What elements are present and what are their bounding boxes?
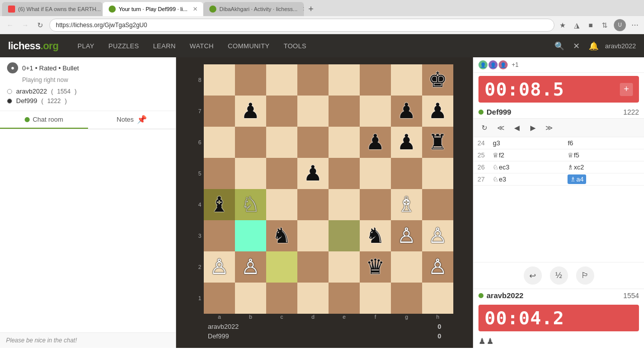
browser-profile[interactable]: U [614,19,626,31]
piece-h3[interactable]: ♙ [428,225,447,246]
square-b2[interactable]: ♙ [235,251,266,283]
square-h7[interactable]: ♟ [422,96,453,127]
square-h6[interactable]: ♜ [422,127,453,158]
square-b3[interactable] [235,220,266,251]
prev-move-button[interactable]: ◀ [510,121,524,135]
piece-b2[interactable]: ♙ [241,256,260,278]
my-name[interactable]: aravb2022 [487,291,523,300]
forward-button[interactable]: → [19,19,31,31]
piece-b7[interactable]: ♟ [241,101,260,122]
undo-button[interactable]: ↩ [524,266,542,285]
square-f3[interactable]: ♞ [360,220,391,251]
chat-room-tab[interactable]: Chat room [0,111,88,129]
move-white-24[interactable]: g3 [489,137,564,149]
square-a5[interactable] [204,158,235,189]
tab-3[interactable]: DibaAkhgari · Activity · lichess... ✕ [203,2,304,16]
square-h4[interactable] [422,189,453,220]
notes-tab[interactable]: Notes 📌 [88,111,176,129]
square-h5[interactable] [422,158,453,189]
square-f5[interactable] [360,158,391,189]
square-d3[interactable] [297,220,329,251]
square-g4[interactable]: ♗ [391,189,422,220]
star-icon[interactable]: ★ [557,20,568,30]
square-b8[interactable] [235,64,266,96]
extension-icon[interactable]: ■ [586,20,596,30]
chess-board[interactable]: ♚♟♟♟♟♟♜♟♝♘♗♞♞♙♙♙♙♛♙ [204,64,453,314]
settings-icon[interactable]: ⋯ [630,20,640,30]
square-d6[interactable] [297,127,329,158]
square-g8[interactable] [391,64,422,96]
nav-watch[interactable]: WATCH [183,34,221,57]
tab-2-close[interactable]: ✕ [193,6,198,13]
nav-tools[interactable]: TOOLS [277,34,313,57]
square-c4[interactable] [266,189,297,220]
first-move-button[interactable]: ≪ [494,121,508,135]
piece-b4[interactable]: ♘ [241,194,260,215]
piece-g4[interactable]: ♗ [397,194,416,215]
piece-h8[interactable]: ♚ [428,69,447,90]
square-a6[interactable] [204,127,235,158]
player-white-name[interactable]: aravb2022 [16,87,47,95]
square-e4[interactable] [329,189,360,220]
square-d2[interactable] [297,251,329,283]
piece-f3[interactable]: ♞ [366,225,385,246]
square-a3[interactable] [204,220,235,251]
piece-h2[interactable]: ♙ [428,256,447,278]
move-white-27[interactable]: ♘e3 [489,173,564,186]
square-f8[interactable] [360,64,391,96]
piece-h6[interactable]: ♜ [428,132,447,153]
square-f2[interactable]: ♛ [360,251,391,283]
nav-username[interactable]: aravb2022 [605,42,636,50]
square-h2[interactable]: ♙ [422,251,453,283]
back-button[interactable]: ← [4,19,16,31]
reading-icon[interactable]: ◮ [572,20,582,30]
tab-1[interactable]: (6) What if EA owns the EARTH... ✕ [2,2,103,16]
url-bar[interactable]: https://lichess.org/GjwTgaSg2gU0 [49,19,554,32]
move-black-27[interactable]: ♗a4 [564,173,644,186]
piece-c3[interactable]: ♞ [272,225,291,246]
piece-g6[interactable]: ♟ [397,132,416,153]
next-move-button[interactable]: ▶ [526,121,540,135]
move-black-24[interactable]: f6 [564,137,644,149]
square-d8[interactable] [297,64,329,96]
chat-area[interactable] [0,129,176,332]
square-f6[interactable]: ♟ [360,127,391,158]
square-h1[interactable] [422,283,453,314]
refresh-button[interactable]: ↻ [34,19,46,31]
square-e8[interactable] [329,64,360,96]
square-g6[interactable]: ♟ [391,127,422,158]
square-e5[interactable] [329,158,360,189]
square-g2[interactable] [391,251,422,283]
close-icon[interactable]: ✕ [571,40,582,51]
square-f4[interactable] [360,189,391,220]
square-b6[interactable] [235,127,266,158]
clock-add-button[interactable]: + [620,83,633,96]
square-g1[interactable] [391,283,422,314]
piece-d5[interactable]: ♟ [303,163,323,184]
nav-play[interactable]: PLAY [70,34,101,57]
draw-button[interactable]: ½ [550,266,568,285]
square-b5[interactable] [235,158,266,189]
square-c1[interactable] [266,283,297,314]
nav-learn[interactable]: LEARN [146,34,183,57]
piece-f2[interactable]: ♛ [366,256,385,278]
square-g5[interactable] [391,158,422,189]
square-a7[interactable] [204,96,235,127]
square-b4[interactable]: ♘ [235,189,266,220]
square-e7[interactable] [329,96,360,127]
refresh-moves-button[interactable]: ↻ [477,121,492,135]
search-icon[interactable]: 🔍 [554,40,565,51]
last-move-button[interactable]: ≫ [542,121,556,135]
nav-community[interactable]: COMMUNITY [221,34,277,57]
piece-a4[interactable]: ♝ [210,194,229,215]
square-a8[interactable] [204,64,235,96]
square-g3[interactable]: ♙ [391,220,422,251]
square-d4[interactable] [297,189,329,220]
lichess-logo[interactable]: lichess.org [8,40,58,52]
square-f7[interactable] [360,96,391,127]
move-white-26[interactable]: ♘ec3 [489,161,564,173]
square-c2[interactable] [266,251,297,283]
square-e3[interactable] [329,220,360,251]
square-f1[interactable] [360,283,391,314]
piece-h7[interactable]: ♟ [428,101,447,122]
